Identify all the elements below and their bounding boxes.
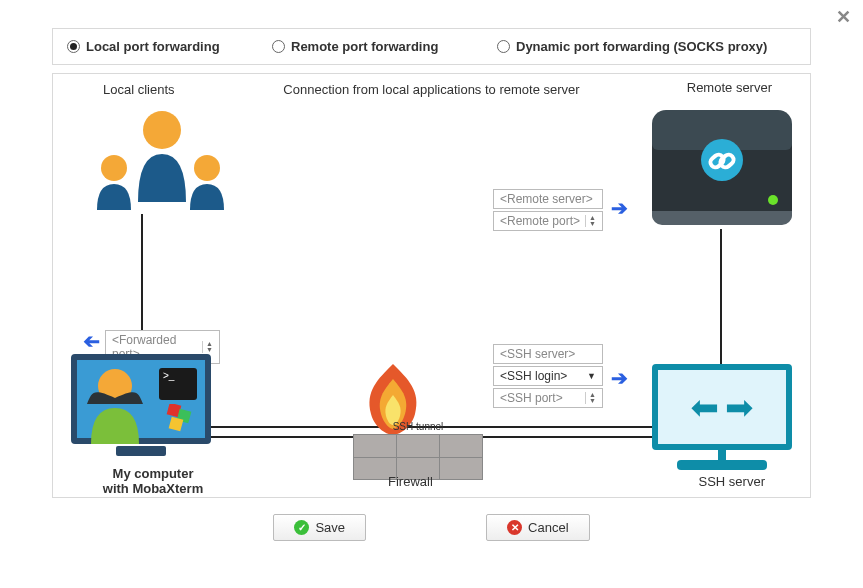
ssh-port-input[interactable]: <SSH port> ▲▼ (493, 388, 603, 408)
check-icon: ✓ (294, 520, 309, 535)
terminal-icon (159, 368, 197, 400)
ssh-login-input[interactable]: <SSH login> ▼ (493, 366, 603, 386)
remote-port-input[interactable]: <Remote port> ▲▼ (493, 211, 603, 231)
arrow-left-icon: ➡ (691, 390, 719, 424)
ssh-server-placeholder: <SSH server> (500, 347, 575, 361)
arrow-left-icon: ➔ (83, 329, 100, 353)
radio-remote[interactable]: Remote port forwarding (272, 39, 497, 54)
ssh-server-input[interactable]: <SSH server> (493, 344, 603, 364)
user-back-icon (85, 368, 145, 444)
diagram-area: Connection from local applications to re… (52, 73, 811, 498)
cancel-label: Cancel (528, 520, 568, 535)
firewall-label: Firewall (388, 474, 433, 489)
svg-point-2 (143, 111, 181, 149)
ssh-server-icon: ➡ ➡ (652, 364, 792, 470)
radio-remote-label: Remote port forwarding (291, 39, 438, 54)
ssh-tunnel-label: SSH tunnel (393, 421, 444, 432)
x-icon: ✕ (507, 520, 522, 535)
remote-server-placeholder: <Remote server> (500, 192, 593, 206)
save-label: Save (315, 520, 345, 535)
connector-line (720, 229, 722, 364)
svg-point-0 (101, 155, 127, 181)
cancel-button[interactable]: ✕ Cancel (486, 514, 589, 541)
ssh-server-label: SSH server (699, 474, 765, 489)
forwarding-type-group: Local port forwarding Remote port forwar… (52, 28, 811, 65)
close-icon[interactable]: ✕ (836, 6, 851, 28)
remote-server-label: Remote server (687, 80, 772, 95)
ssh-login-placeholder: <SSH login> (500, 369, 567, 383)
save-button[interactable]: ✓ Save (273, 514, 366, 541)
radio-dot-icon (272, 40, 285, 53)
ssh-port-placeholder: <SSH port> (500, 391, 563, 405)
led-icon (768, 195, 778, 205)
remote-server-input[interactable]: <Remote server> (493, 189, 603, 209)
remote-port-placeholder: <Remote port> (500, 214, 580, 228)
my-computer-label: My computer with MobaXterm (93, 466, 213, 496)
radio-dynamic-label: Dynamic port forwarding (SOCKS proxy) (516, 39, 767, 54)
radio-local-label: Local port forwarding (86, 39, 220, 54)
people-icon (93, 110, 228, 210)
arrow-right-icon: ➔ (611, 366, 628, 390)
app-icon (165, 404, 193, 432)
radio-local[interactable]: Local port forwarding (67, 39, 272, 54)
spinner-icon[interactable]: ▲▼ (585, 392, 596, 404)
spinner-icon[interactable]: ▲▼ (202, 341, 213, 353)
arrow-right-icon: ➡ (725, 390, 753, 424)
server-icon (652, 110, 792, 225)
svg-point-1 (194, 155, 220, 181)
firewall-icon: SSH tunnel (353, 359, 483, 480)
link-icon (700, 138, 744, 182)
radio-dot-icon (67, 40, 80, 53)
diagram-subtitle: Connection from local applications to re… (283, 82, 579, 97)
local-clients-label: Local clients (103, 82, 175, 97)
spinner-icon[interactable]: ▲▼ (585, 215, 596, 227)
radio-dot-icon (497, 40, 510, 53)
arrow-right-icon: ➔ (611, 196, 628, 220)
chevron-down-icon[interactable]: ▼ (587, 371, 596, 381)
my-computer-icon (71, 354, 211, 456)
radio-dynamic[interactable]: Dynamic port forwarding (SOCKS proxy) (497, 39, 767, 54)
